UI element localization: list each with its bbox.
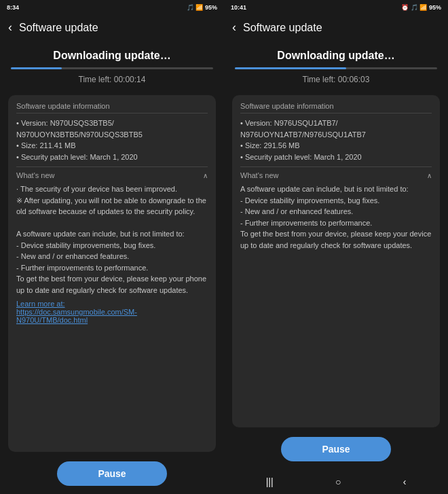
whats-new-label-1: What's new [16, 171, 55, 179]
main-content-1: Downloading update… Time left: 00:00:14 … [0, 40, 224, 456]
nav-title-2: Software update [243, 22, 322, 34]
progress-fill-1 [11, 67, 62, 69]
whats-new-text-2: A software update can include, but is no… [240, 183, 432, 251]
status-time-2: 10:41 [231, 4, 246, 11]
main-content-2: Downloading update… Time left: 00:06:03 … [224, 40, 448, 431]
info-section-title-1: Software update information [16, 102, 208, 113]
pause-btn-container-1: Pause [0, 456, 224, 494]
back-button-2[interactable]: ‹ [232, 20, 236, 35]
info-section-title-2: Software update information [240, 102, 432, 113]
learn-more-prefix-1: Learn more at: [16, 300, 65, 308]
back-nav-btn[interactable]: ‹ [403, 476, 407, 487]
info-card-2: Software update information • Version: N… [232, 95, 440, 427]
progress-bar-1 [11, 67, 213, 69]
recent-apps-btn[interactable]: ||| [266, 476, 274, 487]
status-bar-2: 10:41 ⏰ 🎵 📶 95% [224, 0, 448, 15]
learn-more-label-1[interactable]: Learn more at: https://doc.samsungmobile… [16, 300, 208, 324]
status-icons-1: 🎵 📶 95% [187, 4, 217, 11]
phone-panel-2: 10:41 ⏰ 🎵 📶 95% ‹ Software update Downlo… [224, 0, 448, 494]
top-nav-1: ‹ Software update [0, 15, 224, 40]
time-left-1: Time left: 00:00:14 [11, 75, 213, 84]
progress-fill-2 [235, 67, 346, 69]
pause-btn-container-2: Pause [224, 431, 448, 470]
download-header-2: Downloading update… Time left: 00:06:03 [224, 47, 448, 91]
chevron-up-icon-1: ∧ [203, 172, 208, 179]
whats-new-header-1: What's new ∧ [16, 166, 208, 179]
status-bar-1: 8:34 🎵 📶 95% [0, 0, 224, 15]
status-time-1: 8:34 [7, 4, 19, 11]
back-button-1[interactable]: ‹ [8, 20, 12, 35]
download-title-1: Downloading update… [11, 50, 213, 62]
info-text-2: • Version: N976USQU1ATB7/ N976UOYN1ATB7/… [240, 118, 432, 162]
pause-button-1[interactable]: Pause [57, 461, 166, 486]
learn-more-link-1[interactable]: https://doc.samsungmobile.com/SM-N970U/T… [16, 308, 137, 324]
nav-title-1: Software update [19, 22, 98, 34]
top-nav-2: ‹ Software update [224, 15, 448, 40]
time-left-2: Time left: 00:06:03 [235, 75, 437, 84]
status-right-icons-1: 🎵 📶 95% [187, 4, 217, 11]
whats-new-header-2: What's new ∧ [240, 166, 432, 179]
status-icons-2: ⏰ 🎵 📶 95% [401, 4, 441, 11]
download-title-2: Downloading update… [235, 50, 437, 62]
bottom-nav-2: ||| ○ ‹ [224, 470, 448, 494]
phone-panel-1: 8:34 🎵 📶 95% ‹ Software update Downloadi… [0, 0, 224, 494]
whats-new-text-1: · The security of your device has been i… [16, 183, 208, 296]
info-text-1: • Version: N970USQS3BTB5/ N970UOYN3BTB5/… [16, 118, 208, 162]
info-card-1: Software update information • Version: N… [8, 95, 216, 452]
download-header-1: Downloading update… Time left: 00:00:14 [0, 47, 224, 91]
pause-button-2[interactable]: Pause [281, 437, 390, 461]
progress-bar-2 [235, 67, 437, 69]
whats-new-label-2: What's new [240, 171, 279, 179]
status-right-icons-2: ⏰ 🎵 📶 95% [401, 4, 441, 11]
chevron-up-icon-2: ∧ [427, 172, 432, 179]
home-btn[interactable]: ○ [335, 476, 341, 487]
